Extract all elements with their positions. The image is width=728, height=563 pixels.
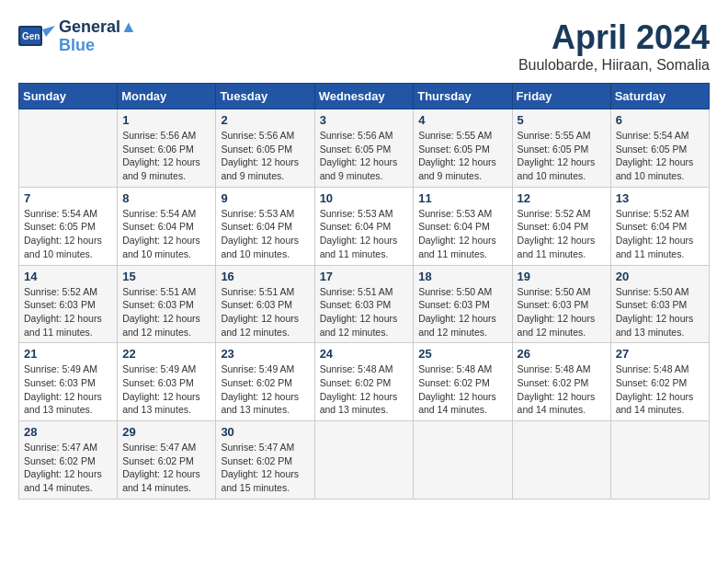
day-number: 21 <box>24 347 112 361</box>
calendar-cell: 22Sunrise: 5:49 AMSunset: 6:03 PMDayligh… <box>118 343 216 421</box>
day-number: 28 <box>24 425 112 439</box>
calendar-cell: 4Sunrise: 5:55 AMSunset: 6:05 PMDaylight… <box>414 109 512 188</box>
title-block: April 2024 Buulobarde, Hiiraan, Somalia <box>518 18 710 74</box>
column-header-tuesday: Tuesday <box>216 84 314 109</box>
day-info: Sunrise: 5:48 AMSunset: 6:02 PMDaylight:… <box>518 362 606 417</box>
logo-text: General▲ <box>59 18 137 37</box>
calendar-cell: 18Sunrise: 5:50 AMSunset: 6:03 PMDayligh… <box>414 265 512 343</box>
day-info: Sunrise: 5:47 AMSunset: 6:02 PMDaylight:… <box>24 441 112 495</box>
day-number: 29 <box>122 425 210 439</box>
calendar-cell: 11Sunrise: 5:53 AMSunset: 6:04 PMDayligh… <box>414 187 512 265</box>
column-header-wednesday: Wednesday <box>314 84 414 109</box>
day-number: 19 <box>518 270 606 283</box>
calendar-cell <box>19 109 118 188</box>
calendar-cell: 25Sunrise: 5:48 AMSunset: 6:02 PMDayligh… <box>414 343 512 421</box>
calendar-cell: 12Sunrise: 5:52 AMSunset: 6:04 PMDayligh… <box>512 187 610 265</box>
day-number: 14 <box>24 270 112 283</box>
day-number: 7 <box>24 191 112 205</box>
day-info: Sunrise: 5:53 AMSunset: 6:04 PMDaylight:… <box>320 207 409 261</box>
day-info: Sunrise: 5:49 AMSunset: 6:02 PMDaylight:… <box>221 362 309 417</box>
day-info: Sunrise: 5:53 AMSunset: 6:04 PMDaylight:… <box>221 207 309 261</box>
svg-text:Gen: Gen <box>22 31 40 41</box>
day-info: Sunrise: 5:51 AMSunset: 6:03 PMDaylight:… <box>221 285 309 339</box>
day-info: Sunrise: 5:54 AMSunset: 6:05 PMDaylight:… <box>24 207 112 261</box>
calendar-cell: 1Sunrise: 5:56 AMSunset: 6:06 PMDaylight… <box>118 109 216 188</box>
day-number: 26 <box>518 347 606 361</box>
calendar-cell: 17Sunrise: 5:51 AMSunset: 6:03 PMDayligh… <box>314 265 414 343</box>
day-number: 15 <box>122 270 210 283</box>
page-header: Gen General▲ Blue April 2024 Buulobarde,… <box>18 18 710 74</box>
calendar-week-row: 1Sunrise: 5:56 AMSunset: 6:06 PMDaylight… <box>19 109 710 188</box>
day-number: 4 <box>418 113 506 127</box>
calendar-cell: 23Sunrise: 5:49 AMSunset: 6:02 PMDayligh… <box>216 343 314 421</box>
day-number: 8 <box>122 191 210 205</box>
day-info: Sunrise: 5:48 AMSunset: 6:02 PMDaylight:… <box>418 362 506 417</box>
calendar-table: SundayMondayTuesdayWednesdayThursdayFrid… <box>18 83 710 500</box>
day-info: Sunrise: 5:52 AMSunset: 6:03 PMDaylight:… <box>24 285 112 339</box>
day-info: Sunrise: 5:50 AMSunset: 6:03 PMDaylight:… <box>418 285 506 339</box>
day-info: Sunrise: 5:54 AMSunset: 6:04 PMDaylight:… <box>122 207 210 261</box>
column-header-friday: Friday <box>512 84 610 109</box>
calendar-cell <box>512 421 610 500</box>
column-header-monday: Monday <box>118 84 216 109</box>
calendar-cell <box>414 421 512 500</box>
day-info: Sunrise: 5:49 AMSunset: 6:03 PMDaylight:… <box>24 362 112 417</box>
day-number: 5 <box>518 113 606 127</box>
calendar-cell: 6Sunrise: 5:54 AMSunset: 6:05 PMDaylight… <box>610 109 709 188</box>
calendar-week-row: 7Sunrise: 5:54 AMSunset: 6:05 PMDaylight… <box>19 187 710 265</box>
location: Buulobarde, Hiiraan, Somalia <box>518 57 710 74</box>
day-number: 18 <box>418 270 506 283</box>
day-info: Sunrise: 5:55 AMSunset: 6:05 PMDaylight:… <box>518 129 606 183</box>
day-number: 2 <box>221 113 309 127</box>
calendar-cell: 14Sunrise: 5:52 AMSunset: 6:03 PMDayligh… <box>19 265 118 343</box>
month-title: April 2024 <box>518 18 710 57</box>
day-info: Sunrise: 5:50 AMSunset: 6:03 PMDaylight:… <box>518 285 606 339</box>
day-number: 1 <box>122 113 210 127</box>
logo: Gen General▲ Blue <box>18 18 137 55</box>
day-number: 24 <box>320 347 409 361</box>
day-number: 13 <box>616 191 704 205</box>
calendar-cell: 27Sunrise: 5:48 AMSunset: 6:02 PMDayligh… <box>610 343 709 421</box>
day-number: 3 <box>320 113 409 127</box>
calendar-cell <box>314 421 414 500</box>
day-info: Sunrise: 5:50 AMSunset: 6:03 PMDaylight:… <box>616 285 704 339</box>
calendar-cell <box>610 421 709 500</box>
day-number: 9 <box>221 191 309 205</box>
day-number: 20 <box>616 270 704 283</box>
calendar-cell: 3Sunrise: 5:56 AMSunset: 6:05 PMDaylight… <box>314 109 414 188</box>
day-info: Sunrise: 5:51 AMSunset: 6:03 PMDaylight:… <box>320 285 409 339</box>
day-info: Sunrise: 5:54 AMSunset: 6:05 PMDaylight:… <box>616 129 704 183</box>
day-number: 10 <box>320 191 409 205</box>
calendar-cell: 29Sunrise: 5:47 AMSunset: 6:02 PMDayligh… <box>118 421 216 500</box>
day-number: 11 <box>418 191 506 205</box>
day-info: Sunrise: 5:56 AMSunset: 6:06 PMDaylight:… <box>122 129 210 183</box>
column-header-sunday: Sunday <box>19 84 118 109</box>
day-info: Sunrise: 5:48 AMSunset: 6:02 PMDaylight:… <box>616 362 704 417</box>
calendar-header-row: SundayMondayTuesdayWednesdayThursdayFrid… <box>19 84 710 109</box>
logo-icon: Gen <box>18 18 55 55</box>
calendar-week-row: 28Sunrise: 5:47 AMSunset: 6:02 PMDayligh… <box>19 421 710 500</box>
day-number: 27 <box>616 347 704 361</box>
day-number: 25 <box>418 347 506 361</box>
calendar-cell: 16Sunrise: 5:51 AMSunset: 6:03 PMDayligh… <box>216 265 314 343</box>
calendar-cell: 10Sunrise: 5:53 AMSunset: 6:04 PMDayligh… <box>314 187 414 265</box>
calendar-cell: 30Sunrise: 5:47 AMSunset: 6:02 PMDayligh… <box>216 421 314 500</box>
calendar-cell: 15Sunrise: 5:51 AMSunset: 6:03 PMDayligh… <box>118 265 216 343</box>
calendar-cell: 19Sunrise: 5:50 AMSunset: 6:03 PMDayligh… <box>512 265 610 343</box>
day-info: Sunrise: 5:53 AMSunset: 6:04 PMDaylight:… <box>418 207 506 261</box>
calendar-cell: 24Sunrise: 5:48 AMSunset: 6:02 PMDayligh… <box>314 343 414 421</box>
day-info: Sunrise: 5:56 AMSunset: 6:05 PMDaylight:… <box>320 129 409 183</box>
calendar-cell: 21Sunrise: 5:49 AMSunset: 6:03 PMDayligh… <box>19 343 118 421</box>
day-number: 6 <box>616 113 704 127</box>
day-info: Sunrise: 5:51 AMSunset: 6:03 PMDaylight:… <box>122 285 210 339</box>
day-number: 23 <box>221 347 309 361</box>
calendar-cell: 2Sunrise: 5:56 AMSunset: 6:05 PMDaylight… <box>216 109 314 188</box>
column-header-thursday: Thursday <box>414 84 512 109</box>
day-info: Sunrise: 5:49 AMSunset: 6:03 PMDaylight:… <box>122 362 210 417</box>
day-number: 30 <box>221 425 309 439</box>
day-info: Sunrise: 5:52 AMSunset: 6:04 PMDaylight:… <box>518 207 606 261</box>
calendar-cell: 9Sunrise: 5:53 AMSunset: 6:04 PMDaylight… <box>216 187 314 265</box>
day-info: Sunrise: 5:47 AMSunset: 6:02 PMDaylight:… <box>122 441 210 495</box>
calendar-cell: 28Sunrise: 5:47 AMSunset: 6:02 PMDayligh… <box>19 421 118 500</box>
day-info: Sunrise: 5:55 AMSunset: 6:05 PMDaylight:… <box>418 129 506 183</box>
